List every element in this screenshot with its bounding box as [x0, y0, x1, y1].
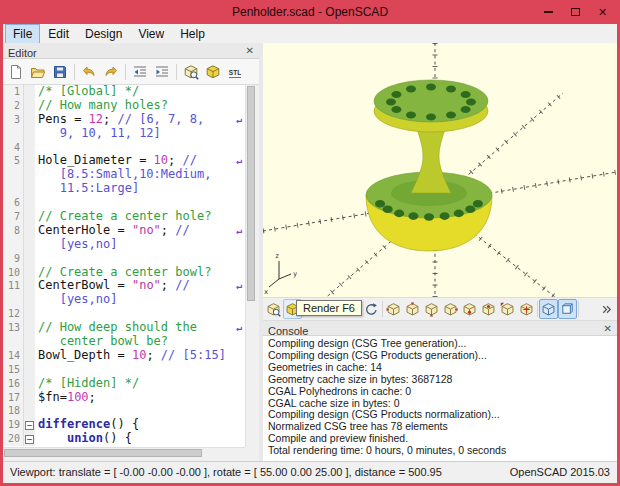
new-file-icon[interactable]	[5, 61, 27, 83]
code-row[interactable]: 9	[3, 252, 245, 266]
editor-title: Editor	[3, 47, 37, 59]
code-row[interactable]: [8.5:Small,10:Medium,	[3, 168, 245, 182]
view-right-icon[interactable]	[384, 299, 403, 319]
code-row[interactable]: 16/* [Hidden] */	[3, 377, 245, 391]
window-title: Penholder.scad - OpenSCAD	[0, 5, 620, 19]
code-row[interactable]: 13// How deep should the↵	[3, 321, 245, 335]
3d-viewport[interactable]: z y x	[263, 43, 617, 297]
editor-header: Editor ✕	[3, 43, 259, 59]
fold-margin	[24, 141, 35, 155]
code-text	[35, 141, 38, 155]
fold-marker-icon[interactable]: −	[25, 421, 34, 430]
preview-icon[interactable]	[264, 299, 283, 319]
orthogonal-icon[interactable]	[558, 299, 577, 319]
code-row[interactable]: 6	[3, 196, 245, 210]
view-back-icon[interactable]	[479, 299, 498, 319]
editor-vertical-scrollbar[interactable]	[245, 85, 256, 447]
menu-file[interactable]: File	[5, 24, 40, 44]
fold-margin	[24, 196, 35, 210]
vertical-scrollbar-thumb[interactable]	[247, 86, 255, 301]
editor-close-icon[interactable]: ✕	[246, 44, 254, 58]
close-button[interactable]: ✕	[589, 0, 616, 24]
fold-margin	[24, 99, 35, 113]
reset-view-icon[interactable]	[362, 299, 381, 319]
code-row[interactable]: 10// Create a center bowl?	[3, 266, 245, 280]
code-row[interactable]: 5Hole_Diameter = 10; //↵	[3, 154, 245, 168]
fold-margin: −	[24, 418, 35, 432]
code-row[interactable]: [yes,no]	[3, 293, 245, 307]
code-editor[interactable]: 1/* [Global] */2// How many holes?3Pens …	[3, 85, 245, 447]
code-row[interactable]: 3Pens = 12; // [6, 7, 8,↵	[3, 113, 245, 127]
titlebar[interactable]: Penholder.scad - OpenSCAD ✕	[0, 0, 620, 24]
line-number: 12	[3, 307, 24, 321]
save-icon[interactable]	[49, 61, 71, 83]
code-row[interactable]: 14Bowl_Depth = 10; // [5:15]	[3, 349, 245, 363]
code-row[interactable]: 20− union() {	[3, 432, 245, 446]
unindent-icon[interactable]	[129, 61, 151, 83]
render-icon[interactable]	[202, 61, 224, 83]
console-close-icon[interactable]: ✕	[604, 322, 612, 336]
line-number: 19	[3, 418, 24, 432]
code-text: center bowl be?	[35, 335, 168, 349]
undo-icon[interactable]	[78, 61, 100, 83]
code-text	[35, 404, 38, 418]
menu-design[interactable]: Design	[77, 24, 130, 44]
toolbar-separator	[537, 301, 538, 317]
view-center-icon[interactable]	[517, 299, 536, 319]
code-text: CenterBowl = "no"; //	[35, 279, 190, 293]
code-text: // Create a center bowl?	[35, 266, 211, 280]
perspective-icon[interactable]	[539, 299, 558, 319]
code-row[interactable]: 9, 10, 11, 12]	[3, 127, 245, 141]
console-output[interactable]: Compiling design (CSG Tree generation)..…	[263, 336, 617, 461]
code-row[interactable]: 17$fn=100;	[3, 391, 245, 405]
fold-margin	[24, 238, 35, 252]
toolbar-separator	[74, 64, 75, 80]
code-row[interactable]: 15	[3, 363, 245, 377]
code-row[interactable]: 18	[3, 404, 245, 418]
wrap-indicator-icon: ↵	[236, 321, 242, 335]
fold-marker-icon[interactable]: −	[25, 435, 34, 444]
toolbar-separator	[176, 64, 177, 80]
menu-help[interactable]: Help	[172, 24, 213, 44]
menu-edit[interactable]: Edit	[40, 24, 77, 44]
menu-view[interactable]: View	[130, 24, 172, 44]
code-row[interactable]: 8CenterHole = "no"; //↵	[3, 224, 245, 238]
view-left-icon[interactable]	[441, 299, 460, 319]
preview-icon[interactable]	[180, 61, 202, 83]
code-row[interactable]: 7// Create a center hole?	[3, 210, 245, 224]
maximize-button[interactable]	[562, 0, 589, 24]
toolbar-separator	[125, 64, 126, 80]
console-line: Geometry cache size in bytes: 3687128	[268, 374, 612, 386]
indent-icon[interactable]	[151, 61, 173, 83]
line-number	[3, 168, 24, 182]
fold-margin	[24, 377, 35, 391]
code-row[interactable]: 11.5:Large]	[3, 182, 245, 196]
open-folder-icon[interactable]	[27, 61, 49, 83]
code-row[interactable]: 2// How many holes?	[3, 99, 245, 113]
fold-margin	[24, 210, 35, 224]
fold-margin	[24, 404, 35, 418]
editor-horizontal-scrollbar[interactable]	[3, 447, 245, 458]
code-row[interactable]: 4	[3, 141, 245, 155]
code-row[interactable]: 19−difference() {	[3, 418, 245, 432]
fold-margin: −	[24, 432, 35, 446]
export-stl-icon[interactable]: STL	[224, 61, 246, 83]
view-top-icon[interactable]	[403, 299, 422, 319]
code-row[interactable]: 1/* [Global] */	[3, 85, 245, 99]
code-row[interactable]: center bowl be?	[3, 335, 245, 349]
fold-margin	[24, 85, 35, 99]
overflow-icon[interactable]	[597, 299, 616, 319]
horizontal-scrollbar-thumb[interactable]	[4, 449, 202, 457]
code-row[interactable]: [yes,no]	[3, 238, 245, 252]
wrap-indicator-icon: ↵	[236, 279, 242, 293]
view-front-icon[interactable]	[460, 299, 479, 319]
view-diagonal-icon[interactable]	[498, 299, 517, 319]
window-controls: ✕	[535, 0, 616, 24]
code-row[interactable]: 12	[3, 307, 245, 321]
minimize-button[interactable]	[535, 0, 562, 24]
view-bottom-icon[interactable]	[422, 299, 441, 319]
fold-margin	[24, 279, 35, 293]
code-row[interactable]: 11CenterBowl = "no"; //↵	[3, 279, 245, 293]
redo-icon[interactable]	[100, 61, 122, 83]
line-number: 5	[3, 154, 24, 168]
